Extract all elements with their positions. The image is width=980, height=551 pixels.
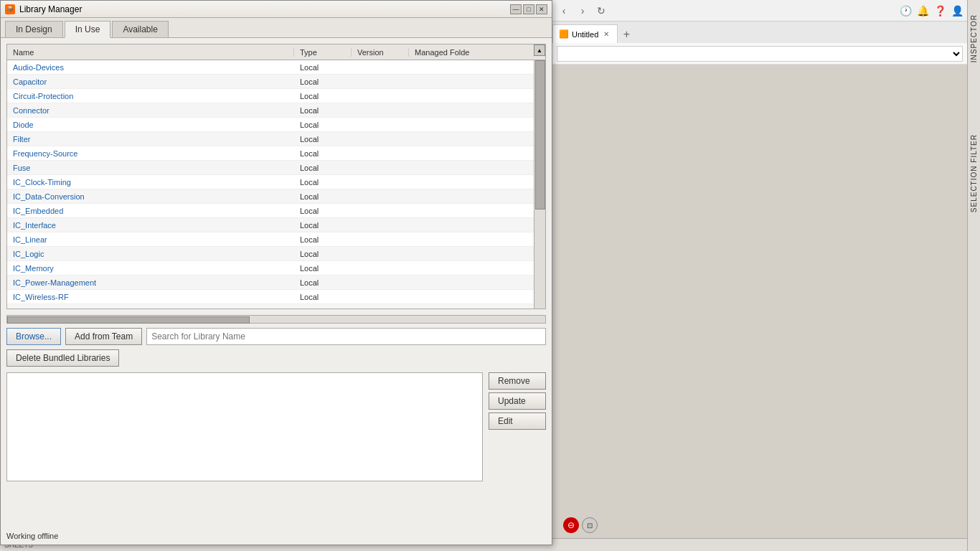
cell-type: Local: [294, 121, 352, 129]
table-row[interactable]: IC_Embedded Local: [7, 204, 545, 218]
bottom-section: Remove Update Edit: [6, 372, 546, 481]
table-row[interactable]: IC_Linear Local: [7, 232, 545, 247]
new-tab-button[interactable]: +: [618, 26, 635, 43]
table-row[interactable]: IC_Memory Local: [7, 261, 545, 276]
delete-bundled-button[interactable]: Delete Bundled Libraries: [6, 349, 119, 367]
cell-type: Local: [294, 221, 352, 230]
table-row[interactable]: IC_Logic Local: [7, 247, 545, 261]
delete-btn-row: Delete Bundled Libraries: [6, 349, 546, 367]
cell-name: IC_Logic: [7, 250, 294, 258]
table-row[interactable]: Audio-Devices Local: [7, 60, 545, 75]
library-dropdown[interactable]: [557, 46, 963, 62]
cell-name: IC_Memory: [7, 264, 294, 273]
bell-icon[interactable]: 🔔: [915, 4, 930, 18]
cell-name: Filter: [7, 135, 294, 143]
tab-available[interactable]: Available: [112, 21, 168, 37]
tab-in-use[interactable]: In Use: [65, 21, 111, 38]
cell-type: Local: [294, 164, 352, 172]
dialog-title: Library Manager: [19, 4, 506, 14]
status-bar: Working offline: [6, 532, 58, 540]
browser-tab-untitled[interactable]: 🟧 Untitled ✕: [552, 24, 618, 43]
inspector-label: INSPECTOR: [970, 14, 978, 62]
cell-type: Local: [294, 207, 352, 215]
forward-button[interactable]: ›: [574, 2, 591, 19]
cell-name: IC_Embedded: [7, 207, 294, 215]
table-row[interactable]: IC_Wireless-RF Local: [7, 290, 545, 304]
edit-button[interactable]: Edit: [489, 413, 546, 430]
table-row[interactable]: Capacitor Local: [7, 75, 545, 89]
cell-type: Local: [294, 77, 352, 86]
cell-name: IC_Clock-Timing: [7, 178, 294, 187]
refresh-button[interactable]: ↻: [593, 2, 610, 19]
add-from-team-button[interactable]: Add from Team: [65, 328, 142, 345]
back-button[interactable]: ‹: [555, 2, 573, 19]
cell-name: IC_Interface: [7, 221, 294, 230]
remove-button[interactable]: Remove: [489, 372, 546, 390]
cell-type: Local: [294, 106, 352, 115]
minimize-button[interactable]: —: [510, 4, 522, 14]
bottom-icons: ⊖ ⊡: [563, 517, 598, 533]
action-buttons: Browse... Add from Team: [6, 328, 546, 345]
titlebar-buttons: — □ ✕: [510, 4, 547, 14]
horizontal-scrollbar[interactable]: [6, 315, 546, 324]
table-row[interactable]: IC_Power-Management Local: [7, 276, 545, 290]
cell-name: IC_Power-Management: [7, 278, 294, 287]
cell-name: Audio-Devices: [7, 63, 294, 72]
cell-type: Local: [294, 135, 352, 143]
tab-icon: 🟧: [559, 29, 569, 39]
tab-in-design[interactable]: In Design: [5, 21, 63, 37]
table-body: Audio-Devices Local Capacitor Local Circ…: [7, 60, 545, 309]
cell-type: Local: [294, 307, 352, 309]
close-button[interactable]: ✕: [536, 4, 547, 14]
cell-type: Local: [294, 149, 352, 158]
maximize-button[interactable]: □: [523, 4, 534, 14]
scroll-up-button[interactable]: ▲: [534, 44, 545, 56]
cell-type: Local: [294, 235, 352, 244]
table-row[interactable]: Filter Local: [7, 132, 545, 146]
table-row[interactable]: Inductor Local: [7, 304, 545, 309]
selection-filter-label: SELECTION FILTER: [970, 134, 978, 212]
table-row[interactable]: IC_Interface Local: [7, 218, 545, 232]
cell-type: Local: [294, 278, 352, 287]
cell-name: Circuit-Protection: [7, 92, 294, 100]
scrollbar-thumb: [535, 60, 545, 209]
cell-name: Connector: [7, 106, 294, 115]
user-avatar[interactable]: 👤: [950, 4, 964, 18]
cell-type: Local: [294, 250, 352, 258]
col-header-version: Version: [352, 48, 409, 57]
stop-icon[interactable]: ⊖: [563, 517, 579, 533]
col-header-folder: Managed Folde: [409, 48, 545, 57]
col-header-type: Type: [294, 48, 352, 57]
browser-tab-label: Untitled: [572, 30, 598, 39]
cell-type: Local: [294, 264, 352, 273]
table-row[interactable]: Frequency-Source Local: [7, 146, 545, 161]
browser-tab-bar: 🟧 Untitled ✕ +: [552, 22, 967, 43]
vertical-scrollbar[interactable]: [534, 60, 545, 309]
cell-name: Inductor: [7, 307, 294, 309]
cell-type: Local: [294, 192, 352, 201]
table-row[interactable]: IC_Clock-Timing Local: [7, 175, 545, 189]
cell-name: IC_Wireless-RF: [7, 293, 294, 301]
table-row[interactable]: Fuse Local: [7, 161, 545, 175]
update-button[interactable]: Update: [489, 392, 546, 410]
search-library-input[interactable]: [146, 328, 546, 345]
clock-icon[interactable]: 🕐: [898, 4, 913, 18]
table-row[interactable]: IC_Data-Conversion Local: [7, 189, 545, 204]
h-scrollbar-thumb: [7, 316, 250, 324]
table-row[interactable]: Connector Local: [7, 103, 545, 118]
cell-type: Local: [294, 92, 352, 100]
library-table: Name Type Version Managed Folde ▲ Audio-…: [6, 44, 546, 309]
bottom-text-area: [6, 372, 483, 481]
help-icon[interactable]: ❓: [933, 4, 947, 18]
browse-button[interactable]: Browse...: [6, 328, 61, 345]
cell-type: Local: [294, 293, 352, 301]
library-manager-dialog: 📦 Library Manager — □ ✕ In Design In Use…: [0, 0, 552, 545]
table-row[interactable]: Diode Local: [7, 118, 545, 132]
select-tool-icon[interactable]: ⊡: [582, 517, 598, 533]
table-row[interactable]: Circuit-Protection Local: [7, 89, 545, 103]
right-panel: INSPECTOR SELECTION FILTER: [967, 0, 980, 551]
cell-name: Capacitor: [7, 77, 294, 86]
tab-close-icon[interactable]: ✕: [601, 29, 611, 39]
cell-name: IC_Data-Conversion: [7, 192, 294, 201]
cell-type: Local: [294, 63, 352, 72]
